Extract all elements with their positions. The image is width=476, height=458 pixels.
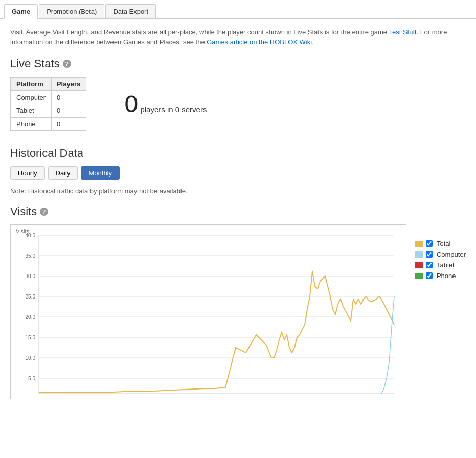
platform-cell: Tablet <box>11 104 52 118</box>
info-text-part1: Visit, Average Visit Length, and Revenue… <box>10 28 389 36</box>
players-summary: 0 players in 0 servers <box>86 80 245 128</box>
chart-wrapper: Visits 40.0 35.0 30.0 25.0 20.0 <box>10 224 466 399</box>
legend-item: Phone <box>415 272 466 280</box>
table-row: Phone0 <box>11 118 86 131</box>
col-platform: Platform <box>11 78 52 91</box>
svg-text:15.0: 15.0 <box>26 335 36 340</box>
hourly-button[interactable]: Hourly <box>10 166 45 180</box>
historical-data-title: Historical Data <box>10 147 466 160</box>
players-cell: 0 <box>51 104 86 118</box>
live-stats-help-icon[interactable]: ? <box>63 60 71 68</box>
legend-label: Tablet <box>437 261 455 269</box>
info-text: Visit, Average Visit Length, and Revenue… <box>10 27 466 47</box>
svg-text:30.0: 30.0 <box>26 273 36 279</box>
visits-title: Visits ? <box>10 205 466 218</box>
players-cell: 0 <box>51 118 86 131</box>
legend-checkbox[interactable] <box>426 262 433 268</box>
visits-help-icon[interactable]: ? <box>40 208 48 216</box>
time-button-group: Hourly Daily Monthly <box>10 166 466 180</box>
col-players: Players <box>51 78 86 91</box>
platform-table: Platform Players Computer0Tablet0Phone0 <box>11 77 86 131</box>
info-text-part3: . <box>312 38 314 46</box>
historical-note: Note: Historical traffic data by platfor… <box>10 187 466 195</box>
legend-checkbox[interactable] <box>426 240 433 247</box>
legend-label: Computer <box>437 250 466 258</box>
legend-color <box>415 273 423 279</box>
wiki-link[interactable]: Games article on the ROBLOX Wiki <box>207 38 312 46</box>
legend-item: Computer <box>415 250 466 258</box>
svg-text:5.0: 5.0 <box>28 376 35 381</box>
visits-chart-section: Visits ? Visits 40.0 35.0 30.0 <box>10 205 466 399</box>
svg-text:20.0: 20.0 <box>26 314 36 320</box>
svg-text:40.0: 40.0 <box>26 233 36 238</box>
svg-text:25.0: 25.0 <box>26 294 36 300</box>
legend-label: Phone <box>437 272 456 280</box>
visits-svg: Visits 40.0 35.0 30.0 25.0 20.0 <box>11 225 399 399</box>
live-stats-container: Platform Players Computer0Tablet0Phone0 … <box>10 77 245 131</box>
daily-button[interactable]: Daily <box>48 166 78 180</box>
tab-bar: Game Promotion (Beta) Data Export <box>0 0 476 19</box>
svg-text:10.0: 10.0 <box>26 355 36 361</box>
legend-color <box>415 241 423 247</box>
legend-item: Total <box>415 240 466 247</box>
players-cell: 0 <box>51 91 86 104</box>
table-row: Computer0 <box>11 91 86 104</box>
historical-section: Historical Data Hourly Daily Monthly Not… <box>10 147 466 195</box>
tab-data-export[interactable]: Data Export <box>105 4 156 18</box>
tab-promotion[interactable]: Promotion (Beta) <box>39 4 104 18</box>
players-summary-text: players in 0 servers <box>140 105 207 114</box>
main-content: Visit, Average Visit Length, and Revenue… <box>0 19 476 418</box>
platform-cell: Computer <box>11 91 52 104</box>
platform-cell: Phone <box>11 118 52 131</box>
legend-color <box>415 251 423 258</box>
table-row: Tablet0 <box>11 104 86 118</box>
monthly-button[interactable]: Monthly <box>81 166 120 180</box>
chart-legend: TotalComputerTabletPhone <box>415 224 466 399</box>
legend-label: Total <box>437 240 450 247</box>
tab-game[interactable]: Game <box>4 4 38 19</box>
chart-svg-container: Visits 40.0 35.0 30.0 25.0 20.0 <box>10 224 406 399</box>
live-stats-title: Live Stats ? <box>10 57 466 71</box>
legend-color <box>415 262 423 268</box>
player-count-big: 0 <box>125 90 139 118</box>
legend-checkbox[interactable] <box>426 251 433 258</box>
svg-text:35.0: 35.0 <box>26 253 36 259</box>
test-stuff-link[interactable]: Test Stuff <box>389 28 416 36</box>
chart-area: Visits 40.0 35.0 30.0 25.0 20.0 <box>10 224 406 399</box>
legend-item: Tablet <box>415 261 466 269</box>
legend-checkbox[interactable] <box>426 272 433 279</box>
